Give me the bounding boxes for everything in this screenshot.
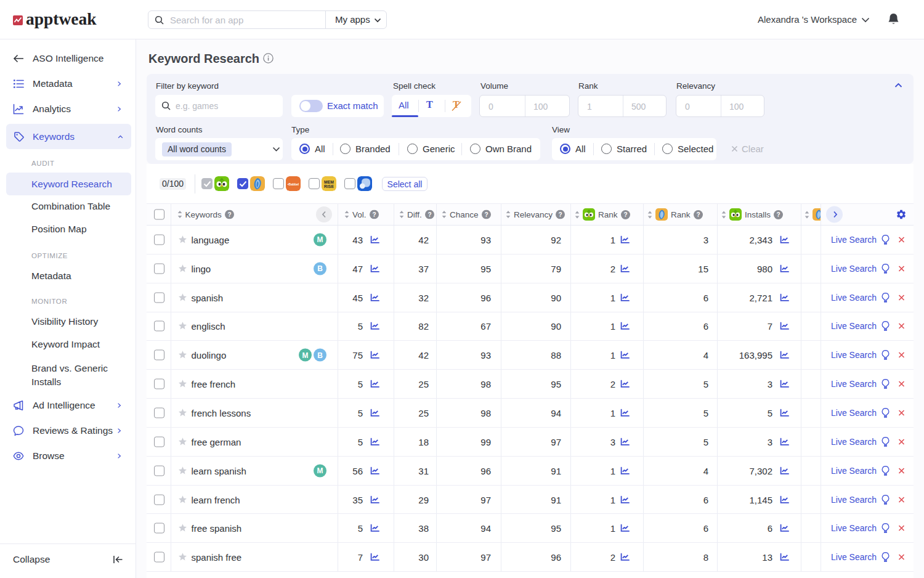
svg-text:•Babbel: •Babbel — [288, 182, 299, 186]
svg-text:?: ? — [696, 211, 700, 218]
svg-text:?: ? — [776, 211, 780, 218]
svg-text:?: ? — [623, 211, 627, 218]
svg-text:?: ? — [227, 211, 231, 218]
svg-text:RiSE: RiSE — [324, 184, 334, 189]
svg-text:?: ? — [428, 211, 431, 218]
svg-text:?: ? — [372, 211, 376, 218]
svg-text:MEM: MEM — [324, 180, 334, 184]
svg-text:?: ? — [558, 211, 562, 218]
svg-text:?: ? — [484, 211, 488, 218]
